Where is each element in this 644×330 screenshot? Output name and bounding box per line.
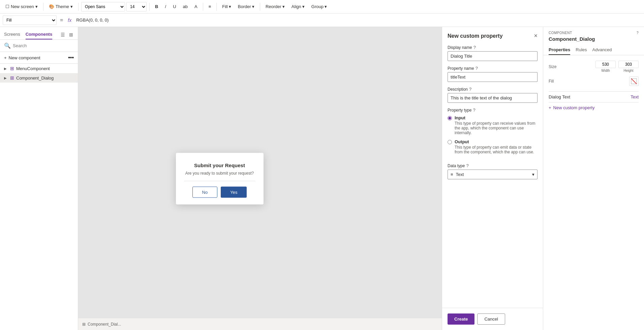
- text-color-button[interactable]: A: [192, 1, 200, 12]
- ncp-property-type-label: Property type ?: [448, 108, 538, 113]
- theme-chevron: ▾: [70, 4, 73, 9]
- toolbar-sep-6: [260, 3, 260, 11]
- dialog-no-button[interactable]: No: [192, 186, 218, 198]
- group-label: Group: [311, 4, 324, 9]
- data-type-select[interactable]: ≡ Text ▾: [448, 170, 538, 179]
- radio-output-option[interactable]: Output This type of property can emit da…: [448, 139, 538, 154]
- font-family-select[interactable]: Open Sans: [81, 2, 125, 11]
- underline-button[interactable]: U: [170, 1, 179, 12]
- data-type-help-icon[interactable]: ?: [466, 163, 468, 168]
- display-name-help-icon[interactable]: ?: [473, 45, 476, 50]
- border-button[interactable]: Border ▾: [235, 1, 257, 12]
- tab-rules[interactable]: Rules: [576, 45, 587, 55]
- more-options-icon[interactable]: •••: [68, 55, 74, 61]
- ncp-footer: Create Cancel: [442, 308, 543, 330]
- tree-label-menu: MenuComponent: [16, 66, 50, 71]
- right-panel: COMPONENT ? Component_Dialog Properties …: [543, 27, 644, 330]
- ncp-property-type-field: Property type ? Input This type of prope…: [448, 108, 538, 158]
- radio-output[interactable]: [448, 140, 452, 144]
- tab-screens[interactable]: Screens: [4, 30, 20, 39]
- data-type-chevron: ▾: [532, 172, 534, 177]
- border-label: Border: [238, 4, 251, 9]
- new-component-text: New component: [9, 55, 40, 60]
- fill-label: Fill: [222, 4, 228, 9]
- radio-input-text: Input This type of property can receive …: [455, 115, 538, 135]
- font-size-select[interactable]: 14: [126, 2, 147, 11]
- align-button[interactable]: ≡: [206, 1, 214, 12]
- strikethrough-button[interactable]: ab: [180, 1, 190, 12]
- fill-swatch[interactable]: [629, 77, 639, 86]
- toolbar-sep-5: [216, 3, 217, 11]
- tree-item-component-dialog[interactable]: ▶ ⊞ Component_Dialog: [0, 73, 78, 83]
- property-name-input[interactable]: [448, 72, 538, 82]
- component-help-icon[interactable]: ?: [637, 31, 639, 35]
- description-help-icon[interactable]: ?: [469, 87, 471, 92]
- dialog-preview: Submit your Request Are you ready to sub…: [176, 153, 264, 204]
- formula-equals-sign: =: [59, 17, 64, 23]
- canvas-bottom-label: Component_Dial...: [88, 322, 121, 327]
- dialog-yes-button[interactable]: Yes: [221, 186, 247, 198]
- canvas-bottom-bar: ⊞ Component_Dial...: [78, 318, 442, 330]
- right-panel-header: COMPONENT ? Component_Dialog Properties …: [543, 27, 644, 55]
- display-name-input[interactable]: [448, 51, 538, 61]
- tree-chevron-menu: ▶: [4, 67, 8, 70]
- align-action-chevron: ▾: [302, 4, 305, 9]
- dialog-text-key: Dialog Text: [549, 94, 570, 99]
- height-input[interactable]: [618, 61, 639, 68]
- theme-button[interactable]: 🎨 Theme ▾: [46, 1, 75, 12]
- ncp-property-name-field: Property name ?: [448, 66, 538, 82]
- property-type-help-icon[interactable]: ?: [473, 108, 475, 113]
- size-inputs: Width Height: [595, 61, 639, 72]
- tree-icon-dialog: ⊞: [10, 75, 14, 81]
- group-button[interactable]: Group ▾: [309, 1, 330, 12]
- formula-fx-button[interactable]: fx: [66, 18, 73, 23]
- ncp-property-name-label: Property name ?: [448, 66, 538, 71]
- toolbar-sep-4: [203, 3, 203, 11]
- tab-components[interactable]: Components: [26, 30, 52, 39]
- top-toolbar: ☐ New screen ▾ 🎨 Theme ▾ Open Sans 14 B …: [0, 0, 644, 13]
- reorder-label: Reorder: [266, 4, 281, 9]
- italic-button[interactable]: /: [162, 1, 169, 12]
- theme-icon: 🎨: [49, 4, 54, 9]
- create-button[interactable]: Create: [448, 313, 474, 325]
- new-component-row[interactable]: + New component •••: [0, 52, 78, 64]
- description-input[interactable]: [448, 93, 538, 103]
- tree-label-dialog: Component_Dialog: [16, 76, 54, 81]
- plus-icon: +: [4, 55, 7, 60]
- dialog-text-value[interactable]: Text: [631, 94, 639, 99]
- width-input[interactable]: [595, 61, 616, 68]
- formula-input[interactable]: [75, 16, 641, 24]
- formula-bar: Fill = fx: [0, 13, 644, 27]
- tree-icon-menu: ⊞: [10, 66, 14, 71]
- new-screen-icon: ☐: [5, 4, 9, 9]
- reorder-button[interactable]: Reorder ▾: [263, 1, 287, 12]
- ncp-display-name-label: Display name ?: [448, 45, 538, 50]
- tab-properties[interactable]: Properties: [549, 45, 570, 55]
- fill-button[interactable]: Fill ▾: [219, 1, 234, 12]
- bold-button[interactable]: B: [152, 1, 161, 12]
- radio-input[interactable]: [448, 116, 452, 120]
- width-label: Width: [601, 69, 610, 72]
- tree-item-menu-component[interactable]: ▶ ⊞ MenuComponent: [0, 64, 78, 73]
- right-panel-content: Size Width Height Fill: [543, 55, 644, 330]
- radio-output-text: Output This type of property can emit da…: [455, 139, 538, 154]
- grid-view-button[interactable]: ⊞: [68, 31, 74, 38]
- property-name-help-icon[interactable]: ?: [476, 66, 478, 71]
- ncp-description-label: Description ?: [448, 87, 538, 92]
- new-custom-property-row[interactable]: + New custom property: [549, 105, 639, 110]
- radio-input-option[interactable]: Input This type of property can receive …: [448, 115, 538, 135]
- search-input[interactable]: [13, 43, 74, 48]
- ncp-data-type-label: Data type ?: [448, 163, 538, 168]
- toolbar-sep-1: [43, 3, 43, 11]
- tab-advanced[interactable]: Advanced: [592, 45, 612, 55]
- tree-chevron-dialog: ▶: [4, 76, 8, 80]
- ncp-close-button[interactable]: ×: [534, 32, 538, 39]
- cancel-button[interactable]: Cancel: [477, 313, 505, 325]
- theme-label: Theme: [56, 4, 69, 9]
- align-action-button[interactable]: Align ▾: [289, 1, 307, 12]
- new-screen-button[interactable]: ☐ New screen ▾: [3, 1, 40, 12]
- new-component-label: + New component: [4, 55, 40, 60]
- list-view-button[interactable]: ☰: [60, 31, 66, 38]
- formula-property-select[interactable]: Fill: [3, 16, 57, 25]
- ncp-header: New custom property ×: [448, 32, 538, 39]
